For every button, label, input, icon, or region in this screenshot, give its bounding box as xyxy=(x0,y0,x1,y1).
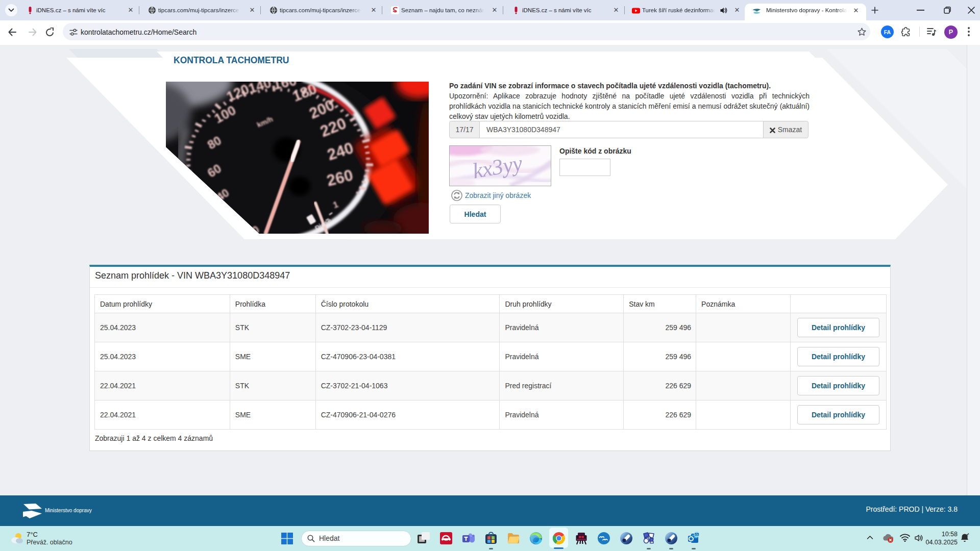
svg-text:z: z xyxy=(968,532,969,535)
